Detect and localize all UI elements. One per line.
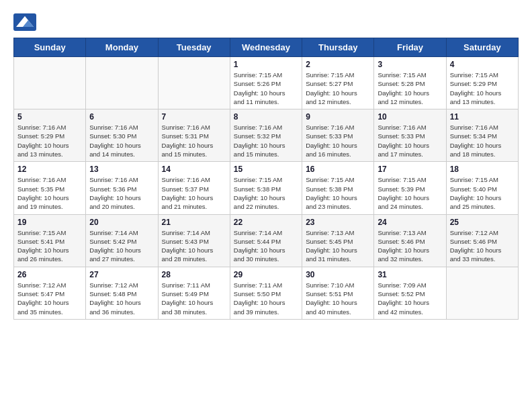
calendar-cell: 5Sunrise: 7:16 AMSunset: 5:29 PMDaylight… — [14, 109, 86, 162]
day-number: 9 — [306, 112, 370, 122]
calendar-cell: 22Sunrise: 7:14 AMSunset: 5:44 PMDayligh… — [230, 214, 302, 267]
day-number: 29 — [234, 270, 298, 279]
weekday-header-friday: Friday — [374, 38, 446, 57]
calendar-cell — [14, 57, 86, 109]
day-info: Sunrise: 7:15 AMSunset: 5:41 PMDaylight:… — [17, 228, 82, 264]
calendar-cell: 21Sunrise: 7:14 AMSunset: 5:43 PMDayligh… — [158, 214, 230, 267]
calendar-cell: 20Sunrise: 7:14 AMSunset: 5:42 PMDayligh… — [86, 214, 158, 267]
day-number: 3 — [378, 60, 442, 69]
calendar-cell: 1Sunrise: 7:15 AMSunset: 5:26 PMDaylight… — [230, 57, 302, 109]
day-info: Sunrise: 7:14 AMSunset: 5:43 PMDaylight:… — [162, 228, 226, 264]
day-number: 1 — [234, 60, 298, 69]
calendar-week-5: 26Sunrise: 7:12 AMSunset: 5:47 PMDayligh… — [14, 267, 519, 319]
calendar-cell: 12Sunrise: 7:16 AMSunset: 5:35 PMDayligh… — [14, 162, 86, 214]
calendar-week-4: 19Sunrise: 7:15 AMSunset: 5:41 PMDayligh… — [14, 214, 519, 267]
day-number: 21 — [162, 218, 226, 227]
day-number: 26 — [17, 270, 82, 279]
calendar-cell: 24Sunrise: 7:13 AMSunset: 5:46 PMDayligh… — [374, 214, 446, 267]
day-info: Sunrise: 7:15 AMSunset: 5:40 PMDaylight:… — [450, 175, 515, 211]
day-info: Sunrise: 7:16 AMSunset: 5:29 PMDaylight:… — [17, 123, 82, 158]
calendar-body: 1Sunrise: 7:15 AMSunset: 5:26 PMDaylight… — [14, 57, 519, 320]
calendar-cell — [158, 57, 230, 109]
calendar-cell: 28Sunrise: 7:11 AMSunset: 5:49 PMDayligh… — [158, 267, 230, 319]
day-info: Sunrise: 7:14 AMSunset: 5:44 PMDaylight:… — [234, 228, 298, 264]
day-info: Sunrise: 7:16 AMSunset: 5:32 PMDaylight:… — [234, 123, 298, 158]
calendar-cell: 15Sunrise: 7:15 AMSunset: 5:38 PMDayligh… — [230, 162, 302, 214]
day-info: Sunrise: 7:15 AMSunset: 5:27 PMDaylight:… — [306, 71, 370, 106]
logo-icon — [13, 13, 36, 31]
calendar-cell: 19Sunrise: 7:15 AMSunset: 5:41 PMDayligh… — [14, 214, 86, 267]
calendar-cell: 27Sunrise: 7:12 AMSunset: 5:48 PMDayligh… — [86, 267, 158, 319]
day-info: Sunrise: 7:16 AMSunset: 5:33 PMDaylight:… — [378, 123, 442, 158]
calendar-cell: 29Sunrise: 7:11 AMSunset: 5:50 PMDayligh… — [230, 267, 302, 319]
day-info: Sunrise: 7:15 AMSunset: 5:38 PMDaylight:… — [234, 175, 298, 211]
logo — [13, 13, 39, 31]
calendar-cell: 4Sunrise: 7:15 AMSunset: 5:29 PMDaylight… — [446, 57, 518, 109]
day-number: 25 — [450, 218, 515, 227]
calendar-cell: 18Sunrise: 7:15 AMSunset: 5:40 PMDayligh… — [446, 162, 518, 214]
day-info: Sunrise: 7:16 AMSunset: 5:34 PMDaylight:… — [450, 123, 515, 158]
day-number: 2 — [306, 60, 370, 69]
calendar-cell: 16Sunrise: 7:15 AMSunset: 5:38 PMDayligh… — [302, 162, 374, 214]
day-info: Sunrise: 7:09 AMSunset: 5:52 PMDaylight:… — [378, 281, 442, 316]
day-number: 12 — [17, 165, 82, 174]
day-info: Sunrise: 7:12 AMSunset: 5:46 PMDaylight:… — [450, 228, 515, 264]
day-number: 10 — [378, 112, 442, 122]
day-info: Sunrise: 7:10 AMSunset: 5:51 PMDaylight:… — [306, 281, 370, 316]
page-header — [13, 13, 519, 31]
day-info: Sunrise: 7:14 AMSunset: 5:42 PMDaylight:… — [89, 228, 154, 264]
calendar-cell: 10Sunrise: 7:16 AMSunset: 5:33 PMDayligh… — [374, 109, 446, 162]
weekday-header-monday: Monday — [86, 38, 158, 57]
day-info: Sunrise: 7:12 AMSunset: 5:48 PMDaylight:… — [89, 281, 154, 316]
calendar-cell: 9Sunrise: 7:16 AMSunset: 5:33 PMDaylight… — [302, 109, 374, 162]
day-info: Sunrise: 7:13 AMSunset: 5:45 PMDaylight:… — [306, 228, 370, 264]
calendar-cell: 13Sunrise: 7:16 AMSunset: 5:36 PMDayligh… — [86, 162, 158, 214]
weekday-header-row: SundayMondayTuesdayWednesdayThursdayFrid… — [14, 38, 519, 57]
day-number: 30 — [306, 270, 370, 279]
day-info: Sunrise: 7:16 AMSunset: 5:36 PMDaylight:… — [89, 175, 154, 211]
day-info: Sunrise: 7:15 AMSunset: 5:26 PMDaylight:… — [234, 71, 298, 106]
day-number: 8 — [234, 112, 298, 122]
weekday-header-sunday: Sunday — [14, 38, 86, 57]
day-number: 17 — [378, 165, 442, 174]
day-number: 18 — [450, 165, 515, 174]
calendar-week-1: 1Sunrise: 7:15 AMSunset: 5:26 PMDaylight… — [14, 57, 519, 109]
day-number: 14 — [162, 165, 226, 174]
day-number: 28 — [162, 270, 226, 279]
calendar-cell: 25Sunrise: 7:12 AMSunset: 5:46 PMDayligh… — [446, 214, 518, 267]
calendar-cell: 26Sunrise: 7:12 AMSunset: 5:47 PMDayligh… — [14, 267, 86, 319]
day-info: Sunrise: 7:15 AMSunset: 5:28 PMDaylight:… — [378, 71, 442, 106]
weekday-header-saturday: Saturday — [446, 38, 518, 57]
calendar-cell — [446, 267, 518, 319]
calendar-cell: 3Sunrise: 7:15 AMSunset: 5:28 PMDaylight… — [374, 57, 446, 109]
day-number: 24 — [378, 218, 442, 227]
day-number: 5 — [17, 112, 82, 122]
calendar-cell: 14Sunrise: 7:16 AMSunset: 5:37 PMDayligh… — [158, 162, 230, 214]
calendar-cell: 8Sunrise: 7:16 AMSunset: 5:32 PMDaylight… — [230, 109, 302, 162]
day-number: 16 — [306, 165, 370, 174]
day-info: Sunrise: 7:16 AMSunset: 5:35 PMDaylight:… — [17, 175, 82, 211]
day-info: Sunrise: 7:16 AMSunset: 5:33 PMDaylight:… — [306, 123, 370, 158]
day-info: Sunrise: 7:11 AMSunset: 5:50 PMDaylight:… — [234, 281, 298, 316]
calendar-cell: 30Sunrise: 7:10 AMSunset: 5:51 PMDayligh… — [302, 267, 374, 319]
calendar-cell — [86, 57, 158, 109]
day-info: Sunrise: 7:16 AMSunset: 5:37 PMDaylight:… — [162, 175, 226, 211]
day-number: 20 — [89, 218, 154, 227]
calendar-cell: 17Sunrise: 7:15 AMSunset: 5:39 PMDayligh… — [374, 162, 446, 214]
calendar-week-3: 12Sunrise: 7:16 AMSunset: 5:35 PMDayligh… — [14, 162, 519, 214]
day-number: 6 — [89, 112, 154, 122]
calendar-cell: 23Sunrise: 7:13 AMSunset: 5:45 PMDayligh… — [302, 214, 374, 267]
calendar-week-2: 5Sunrise: 7:16 AMSunset: 5:29 PMDaylight… — [14, 109, 519, 162]
weekday-header-wednesday: Wednesday — [230, 38, 302, 57]
day-number: 31 — [378, 270, 442, 279]
day-info: Sunrise: 7:13 AMSunset: 5:46 PMDaylight:… — [378, 228, 442, 264]
calendar-cell: 31Sunrise: 7:09 AMSunset: 5:52 PMDayligh… — [374, 267, 446, 319]
day-number: 11 — [450, 112, 515, 122]
weekday-header-thursday: Thursday — [302, 38, 374, 57]
day-info: Sunrise: 7:11 AMSunset: 5:49 PMDaylight:… — [162, 281, 226, 316]
calendar-cell: 7Sunrise: 7:16 AMSunset: 5:31 PMDaylight… — [158, 109, 230, 162]
calendar-cell: 6Sunrise: 7:16 AMSunset: 5:30 PMDaylight… — [86, 109, 158, 162]
day-number: 19 — [17, 218, 82, 227]
weekday-header-tuesday: Tuesday — [158, 38, 230, 57]
calendar-cell: 2Sunrise: 7:15 AMSunset: 5:27 PMDaylight… — [302, 57, 374, 109]
